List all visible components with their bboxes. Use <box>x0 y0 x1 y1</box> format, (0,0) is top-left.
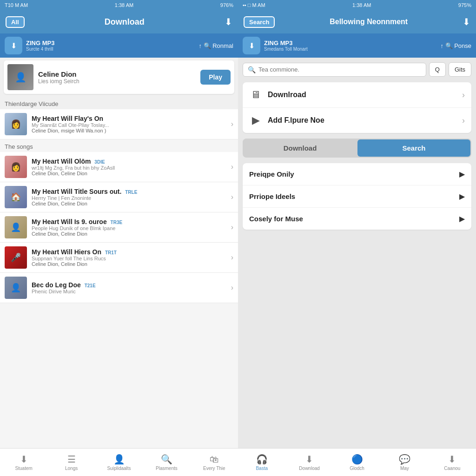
right-tab-caanou[interactable]: ⬇ Caanou <box>429 449 476 476</box>
left-panel: T10 M AM 1:38 AM 976% All Download ⬇ ⬇ Z… <box>0 0 238 476</box>
left-zing-bar: ⬇ ZING MP3 Surcte 4 thrill ↑ 🔍 Ronmal <box>0 33 238 58</box>
song-desc-6: Phenic Dirive Muric <box>32 289 226 294</box>
list-item-1[interactable]: Preiqpe Onily ▶ <box>243 163 471 185</box>
segment-search[interactable]: Search <box>357 139 470 157</box>
song-details-2: My Heart Will Olōm 3DIE wr1ltj Mg Zng, F… <box>32 158 226 176</box>
segmented-control: Download Search <box>243 139 471 158</box>
list-item-2[interactable]: Prriope Ideels ▶ <box>243 185 471 208</box>
search-back-button[interactable]: Search <box>244 16 275 28</box>
right-list: Preiqpe Onily ▶ Prriope Ideels ▶ Cosely … <box>243 163 471 230</box>
download-tab-icon: ⬇ <box>20 454 28 465</box>
song-title-4: My Heart Will Is 9. ouroe TR3E <box>32 218 226 225</box>
tab-every-thie[interactable]: 🛍 Every Thie <box>191 449 238 476</box>
song-item-5[interactable]: 🎤 My Heart Will Hiers On TR1T Suppnan Yu… <box>0 243 238 273</box>
tab-plasments[interactable]: 🔍 Plasments <box>143 449 190 476</box>
song-desc-4: People Hug Dunik of one Blmk Ipane <box>32 225 226 231</box>
left-nav-title: Download <box>105 17 145 27</box>
list-chevron-1: ▶ <box>459 170 465 178</box>
right-tab-glodch[interactable]: 🔵 Glodch <box>333 449 381 476</box>
song-badge-6: T21E <box>85 283 96 288</box>
search-area: 🔍 Q Gits <box>238 58 476 79</box>
chevron-icon-6: › <box>231 284 233 292</box>
song-badge-5: TR1T <box>105 250 117 255</box>
right-tab-download[interactable]: ⬇ Download <box>285 449 333 476</box>
tab-suiplidaalts[interactable]: 👤 Suiplidaalts <box>95 449 143 476</box>
song-artist-1: Celine Dion, msige Will Wa.non ) <box>32 128 226 133</box>
song-thumb-4: 👤 <box>5 216 27 238</box>
song-details-6: Bec do Leg Doe T21E Phenic Dirive Muric <box>32 281 226 294</box>
right-bottom-tabs: 🎧 Basta ⬇ Download 🔵 Glodch 💬 May ⬇ Caan… <box>238 448 476 476</box>
caanou-tab-icon: ⬇ <box>448 454 456 465</box>
right-zing-name: ZING MP3 <box>264 40 436 46</box>
left-battery: 976% <box>220 2 233 8</box>
song-item-2[interactable]: 👩 My Heart Will Olōm 3DIE wr1ltj Mg Zng,… <box>0 152 238 182</box>
gits-button[interactable]: Gits <box>449 62 471 77</box>
right-tab-glodch-label: Glodch <box>350 466 364 471</box>
search-input[interactable] <box>258 66 421 73</box>
tab-every-thie-label: Every Thie <box>203 466 225 471</box>
menu-tab-icon: ☰ <box>67 454 76 465</box>
left-carrier: T10 M AM <box>5 2 28 8</box>
search-icon-button[interactable]: Q <box>429 62 446 77</box>
right-tab-may-label: May <box>400 466 409 471</box>
list-item-3[interactable]: Cosely for Muse ▶ <box>243 208 471 230</box>
right-carrier: •• □ M AM <box>243 2 265 8</box>
song-item-3[interactable]: 🏠 My Heart Will Title Sours out. TRLE He… <box>0 182 238 212</box>
left-zing-name: ZING MP3 <box>26 40 195 46</box>
song-desc-5: Suppnan Yuer foll The Lins Rucs <box>32 256 226 261</box>
profile-tab-icon: 👤 <box>113 454 125 465</box>
monitor-icon: 🖥 <box>249 89 262 101</box>
song-title-3: My Heart Will Title Sours out. TRLE <box>32 188 226 195</box>
song-thumb-2: 👩 <box>5 156 27 178</box>
right-zing-sub: Smedans Toll Monart <box>264 46 436 52</box>
song-thumb-6: 👤 <box>5 277 27 299</box>
section1-header: ThienIdarge Viicude <box>0 97 238 109</box>
list-label-3: Cosely for Muse <box>249 215 303 223</box>
left-download-icon: ⬇ <box>225 16 232 27</box>
right-tab-may[interactable]: 💬 May <box>381 449 428 476</box>
chevron-icon-3: › <box>231 193 233 201</box>
right-top-nav: Search Bellowing Neonnment ⬇ <box>238 10 476 33</box>
left-top-nav: All Download ⬇ <box>0 10 238 33</box>
song-item-6[interactable]: 👤 Bec do Leg Doe T21E Phenic Dirive Muri… <box>0 273 238 303</box>
featured-info: Celine Dion Lies iomg Seirch <box>38 70 196 85</box>
songs-section-header: The songs <box>0 139 238 152</box>
featured-subtitle: Lies iomg Seirch <box>38 78 196 85</box>
song-artist-5: Celine Dion, Celine Dion <box>32 261 226 267</box>
search-row: 🔍 Q Gits <box>243 62 471 77</box>
bag-tab-icon: 🛍 <box>210 454 219 465</box>
menu-item-add[interactable]: ▶ Add F.lpure Noe › <box>243 108 471 133</box>
circle-tab-icon: 🔵 <box>351 454 363 465</box>
menu-add-label: Add F.lpure Noe <box>268 116 456 125</box>
menu-item-download[interactable]: 🖥 Downlroad › <box>243 82 471 108</box>
left-status-bar: T10 M AM 1:38 AM 976% <box>0 0 238 10</box>
all-button[interactable]: All <box>6 16 25 28</box>
segment-download[interactable]: Download <box>244 139 357 157</box>
menu-download-label: Downlroad <box>268 91 456 99</box>
song-thumb-1: 👩 <box>5 113 27 135</box>
right-tab-basta-label: Basta <box>256 466 268 471</box>
song-item-4[interactable]: 👤 My Heart Will Is 9. ouroe TR3E People … <box>0 212 238 243</box>
featured-card: 👤 Celine Dion Lies iomg Seirch Play <box>4 60 234 94</box>
left-zing-controls[interactable]: ↑ 🔍 Ronmal <box>198 42 233 49</box>
right-zing-controls[interactable]: ↑ 🔍 Ponse <box>440 42 471 49</box>
song-item-1[interactable]: 👩 My Heart Will Flay's On My Sianr&t Cal… <box>0 109 238 139</box>
tab-stuatem[interactable]: ⬇ Stuatem <box>0 449 47 476</box>
song-thumb-5: 🎤 <box>5 246 27 269</box>
tab-longs[interactable]: ☰ Longs <box>47 449 95 476</box>
list-label-2: Prriope Ideels <box>249 192 295 200</box>
headphones-icon: 🎧 <box>256 454 268 465</box>
left-bottom-tabs: ⬇ Stuatem ☰ Longs 👤 Suiplidaalts 🔍 Plasm… <box>0 448 238 476</box>
song-artist-4: Celine Dion, Celine Dion <box>32 231 226 237</box>
featured-title: Celine Dion <box>38 70 196 78</box>
song-artist-3: Celine Dion, Celine Dion <box>32 201 226 206</box>
right-tab-basta[interactable]: 🎧 Basta <box>238 449 285 476</box>
left-zing-sub: Surcte 4 thrill <box>26 46 195 52</box>
chevron-icon-4: › <box>231 223 233 231</box>
list-label-1: Preiqpe Onily <box>249 170 294 178</box>
song-details-1: My Heart Will Flay's On My Sianr&t Call … <box>32 115 226 133</box>
right-tab-caanou-label: Caanou <box>444 466 460 471</box>
search-input-box[interactable]: 🔍 <box>243 63 426 77</box>
play-button[interactable]: Play <box>200 70 231 85</box>
list-chevron-2: ▶ <box>459 192 465 201</box>
